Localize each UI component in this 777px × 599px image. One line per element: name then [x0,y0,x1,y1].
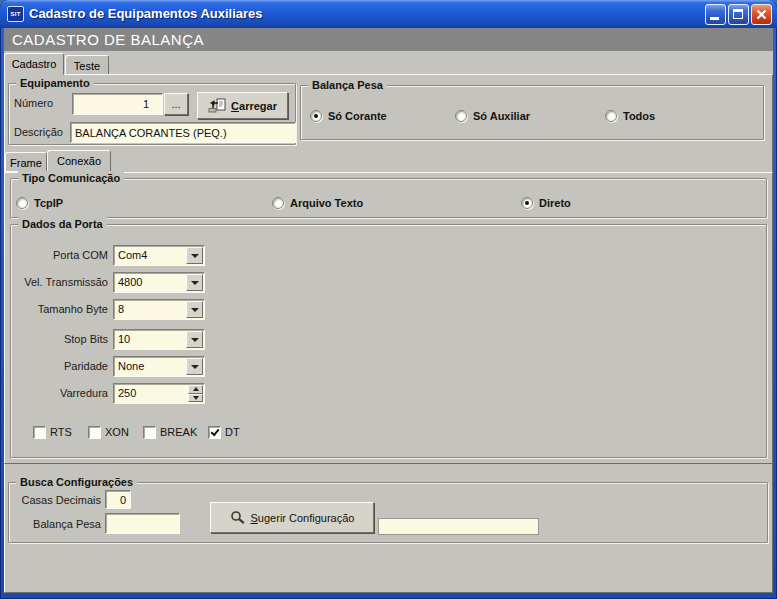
checkbox-rts-label: RTS [50,426,72,438]
browse-button[interactable]: ... [164,93,188,115]
window-controls [705,4,772,25]
radio-todos[interactable]: Todos [605,109,655,123]
maximize-button[interactable] [728,4,749,25]
paridade-value: None [118,360,144,372]
porta-com-label: Porta COM [4,249,108,261]
search-icon [230,510,246,526]
carregar-button-label: Carregar [231,100,277,112]
stop-bits-label: Stop Bits [4,333,108,345]
application-window: SIT Cadastro de Equipamentos Auxiliares … [0,0,777,599]
descricao-input[interactable] [70,122,296,143]
maximize-icon [733,9,743,19]
tab-teste[interactable]: Teste [65,55,109,75]
checkbox-icon [88,426,101,439]
radio-direto-label: Direto [539,197,571,209]
spin-down-icon[interactable] [188,394,203,403]
checkbox-dt-label: DT [225,426,240,438]
vel-transmissao-combo[interactable]: 4800 [113,272,205,293]
dropdown-arrow-icon[interactable] [186,331,203,348]
stop-bits-value: 10 [118,333,130,345]
balanca-pesa-group-title: Balança Pesa [308,78,387,92]
radio-so-corante-label: Só Corante [328,110,387,122]
sugerir-configuracao-button[interactable]: Sugerir Configuração [210,502,374,533]
radio-so-corante[interactable]: Só Corante [310,109,387,123]
equipamento-group-title: Equipamento [16,76,94,90]
radio-icon [521,197,533,209]
checkbox-break[interactable]: BREAK [143,425,197,439]
radio-so-auxiliar[interactable]: Só Auxiliar [455,109,530,123]
checkbox-xon[interactable]: XON [88,425,129,439]
stop-bits-combo[interactable]: 10 [113,329,205,350]
checkbox-icon [33,426,46,439]
casas-decimais-label: Casas Decimais [4,494,101,506]
casas-decimais-input[interactable] [105,490,131,509]
checkbox-xon-label: XON [105,426,129,438]
paridade-label: Paridade [4,360,108,372]
balanca-pesa-busca-label: Balança Pesa [4,518,101,530]
dados-porta-group-title: Dados da Porta [18,217,107,231]
load-icon [208,98,226,114]
carregar-button[interactable]: Carregar [197,92,288,119]
checkbox-icon [143,426,156,439]
radio-direto[interactable]: Direto [521,196,571,210]
radio-tcpip[interactable]: TcpIP [16,196,63,210]
page-title: CADASTRO DE BALANÇA [4,28,773,51]
window-title: Cadastro de Equipamentos Auxiliares [29,6,263,21]
tab-conexao[interactable]: Conexão [47,150,111,173]
varredura-spinner[interactable]: 250 [113,383,205,404]
resultado-field [378,518,539,535]
radio-arquivo-texto-label: Arquivo Texto [290,197,363,209]
tab-frame[interactable]: Frame [5,152,47,172]
dropdown-arrow-icon[interactable] [186,301,203,318]
radio-arquivo-texto[interactable]: Arquivo Texto [272,196,363,210]
vel-transmissao-label: Vel. Transmissão [4,276,108,288]
numero-input[interactable] [72,93,163,115]
radio-icon [455,110,467,122]
client-area: CADASTRO DE BALANÇA Cadastro Teste Equip… [4,28,773,593]
radio-so-auxiliar-label: Só Auxiliar [473,110,530,122]
dropdown-arrow-icon[interactable] [186,247,203,264]
balanca-pesa-busca-input[interactable] [105,513,180,534]
checkbox-icon [208,426,221,439]
dropdown-arrow-icon[interactable] [186,274,203,291]
tipo-comunicacao-group: Tipo Comunicação [10,178,767,218]
checkbox-rts[interactable]: RTS [33,425,72,439]
tab-cadastro[interactable]: Cadastro [4,53,64,75]
app-icon: SIT [7,6,24,22]
porta-com-value: Com4 [118,249,147,261]
checkbox-dt[interactable]: DT [208,425,240,439]
spin-up-icon[interactable] [188,385,203,394]
minimize-icon [710,17,719,20]
varredura-label: Varredura [4,387,108,399]
checkbox-break-label: BREAK [160,426,197,438]
descricao-label: Descrição [14,126,63,138]
tipo-comunicacao-group-title: Tipo Comunicação [18,171,124,185]
sugerir-configuracao-label: Sugerir Configuração [251,512,355,524]
radio-todos-label: Todos [623,110,655,122]
radio-icon [16,197,28,209]
numero-label: Número [14,97,53,109]
paridade-combo[interactable]: None [113,356,205,377]
tamanho-byte-label: Tamanho Byte [4,303,108,315]
busca-configuracoes-group-title: Busca Configurações [16,475,137,489]
minimize-button[interactable] [705,4,726,25]
varredura-value: 250 [118,387,136,399]
dropdown-arrow-icon[interactable] [186,358,203,375]
vel-transmissao-value: 4800 [118,276,142,288]
radio-icon [310,110,322,122]
tamanho-byte-value: 8 [118,303,124,315]
close-icon [752,5,771,24]
close-button[interactable] [751,4,772,25]
tamanho-byte-combo[interactable]: 8 [113,299,205,320]
porta-com-combo[interactable]: Com4 [113,245,205,266]
radio-tcpip-label: TcpIP [34,197,63,209]
browse-button-label: ... [171,98,180,110]
spinner-buttons [188,385,203,402]
title-bar[interactable]: SIT Cadastro de Equipamentos Auxiliares [0,0,777,28]
radio-icon [605,110,617,122]
radio-icon [272,197,284,209]
